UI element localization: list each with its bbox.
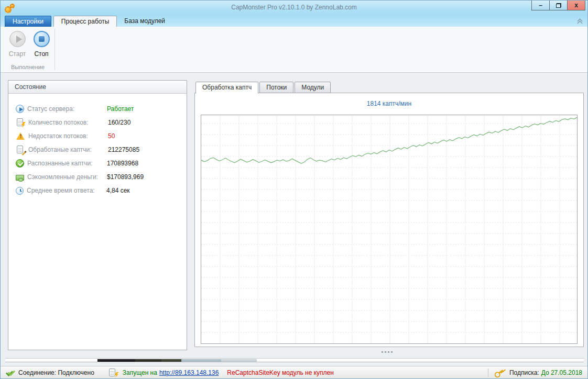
warning-triangle-icon (16, 132, 25, 140)
key-icon (493, 367, 505, 378)
row-label: Количество потоков: (28, 119, 108, 126)
row-label: Статус сервера: (27, 105, 107, 113)
row-value: 4,84 сек (106, 187, 130, 194)
row-value: 160/230 (108, 119, 130, 126)
server-status-play-icon (16, 105, 24, 113)
collapse-ribbon-button[interactable] (577, 19, 583, 25)
launched-label: Запущен на (123, 369, 157, 376)
tab-threads[interactable]: Потоки (259, 82, 293, 93)
play-icon (9, 31, 26, 47)
stop-button[interactable]: Стоп (30, 31, 53, 58)
captcha-rate-chart (201, 115, 578, 344)
status-row-avg-response: Среднее время ответа: 4,84 сек (16, 184, 187, 197)
module-warning: ReCaptchaSiteKey модуль не куплен (227, 369, 334, 376)
row-value: 50 (108, 132, 115, 140)
row-label: Среднее время ответа: (27, 187, 106, 194)
server-doc-bolt-icon (108, 368, 118, 377)
row-label: Обработаные каптчи: (28, 146, 108, 153)
money-banknote-icon (16, 175, 24, 181)
stop-button-label: Стоп (30, 50, 53, 58)
server-url-link[interactable]: http://89.163.148.136 (159, 369, 219, 376)
tab-settings[interactable]: Настройки (5, 16, 51, 27)
restore-icon (556, 3, 561, 8)
processed-doc-pencil-icon (16, 145, 25, 154)
status-panel: Состояние Статус сервера: Работает Колич… (8, 80, 187, 350)
row-value: 212275085 (108, 146, 139, 153)
captcha-rate-title: 1814 каптч/мин (195, 100, 583, 107)
tab-work-process[interactable]: Процесс работы (53, 16, 117, 27)
recognized-check-icon (16, 159, 24, 168)
execution-group: Старт Стоп Выполнение (2, 27, 55, 72)
captcha-preview-strip[interactable] (5, 358, 584, 362)
status-rows: Статус сервера: Работает Количество пото… (8, 94, 187, 197)
status-panel-header: Состояние (8, 81, 187, 94)
app-window: CapMonster Pro v2.10.1.0 by ZennoLab.com… (0, 0, 588, 379)
subscription-area: Подписка: До 27.05.2018 (488, 369, 582, 377)
clock-icon (16, 187, 24, 195)
tab-module-base[interactable]: База модулей (117, 16, 172, 27)
window-controls: – x (532, 1, 585, 10)
ribbon-tab-row: Настройки Процесс работы База модулей (1, 15, 587, 27)
status-row-threads: Количество потоков: 160/230 (16, 116, 187, 129)
statusbar: Соединение: Подключено Запущен на http:/… (1, 366, 587, 378)
threads-doc-bolt-icon (16, 118, 25, 127)
statusbar-separator (488, 369, 488, 377)
chart-canvas (201, 115, 577, 343)
restore-button[interactable] (549, 1, 568, 10)
status-row-server: Статус сервера: Работает (16, 102, 187, 116)
row-label: Сэкономленные деньги: (27, 173, 107, 181)
main-area: Состояние Статус сервера: Работает Колич… (1, 73, 587, 367)
minimize-button[interactable]: – (531, 1, 550, 10)
connection-status: Соединение: Подключено (18, 369, 94, 376)
subscription-value: До 27.05.2018 (541, 369, 582, 376)
start-button[interactable]: Старт (6, 31, 29, 58)
close-button[interactable]: x (567, 1, 585, 10)
captcha-rate-panel: 1814 каптч/мин (194, 93, 584, 347)
stop-icon (34, 31, 50, 47)
window-title: CapMonster Pro v2.10.1.0 by ZennoLab.com (1, 4, 587, 11)
row-label: Распознанные каптчи: (27, 160, 107, 167)
group-label: Выполнение (2, 64, 54, 70)
titlebar: CapMonster Pro v2.10.1.0 by ZennoLab.com… (1, 1, 587, 15)
group-separator (55, 29, 55, 70)
row-label: Недостаток потоков: (28, 132, 108, 140)
ribbon: Старт Стоп Выполнение (1, 27, 587, 73)
status-row-thread-deficit: Недостаток потоков: 50 (16, 129, 187, 143)
tab-modules[interactable]: Модули (295, 82, 331, 93)
row-value: Работает (107, 105, 134, 113)
status-row-money-saved: Сэкономленные деньги: $170893,969 (16, 170, 187, 184)
status-row-recognized: Распознанные каптчи: 170893968 (16, 157, 187, 170)
status-row-processed: Обработаные каптчи: 212275085 (16, 143, 187, 157)
tab-captcha-processing[interactable]: Обработка каптч (195, 82, 258, 94)
panel-splitter-handle[interactable] (382, 351, 394, 353)
row-value: $170893,969 (107, 173, 144, 181)
start-button-label: Старт (6, 50, 29, 58)
chart-tabs: Обработка каптч Потоки Модули (195, 82, 332, 94)
row-value: 170893968 (107, 160, 138, 167)
connection-check-icon (6, 368, 16, 377)
subscription-label: Подписка: (509, 369, 539, 376)
